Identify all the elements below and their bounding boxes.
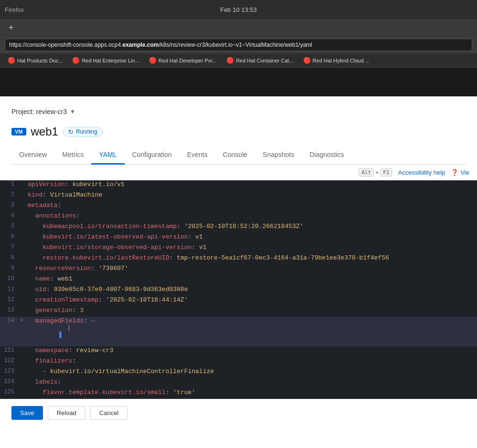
code-line-4: 4 annotations: — [0, 212, 477, 222]
kbd-separator: + — [375, 169, 379, 176]
project-selector[interactable]: Project: review-cr3 ▼ — [11, 104, 466, 119]
bookmark-3[interactable]: 🔴 Red Hat Developer Por... — [145, 56, 221, 65]
new-tab-button[interactable]: + — [5, 23, 18, 33]
redhat-icon-1: 🔴 — [8, 57, 15, 64]
code-line-14: 14 › managedFields: — | ▌ — [0, 317, 477, 346]
view-help-button[interactable]: ❓ Vie — [451, 169, 469, 176]
bookmark-label-2: Red Hat Enterprise Lin... — [82, 58, 139, 63]
code-line-8: 8 restore.kubevirt.io/lastRestoreUID: tm… — [0, 254, 477, 264]
redhat-icon-5: 🔴 — [303, 57, 311, 64]
vm-status-badge[interactable]: ↻ Running — [63, 127, 103, 137]
bookmark-label-4: Red Hat Container Cat... — [236, 58, 293, 63]
vm-status-text: Running — [76, 128, 97, 135]
running-icon: ↻ — [68, 128, 74, 135]
redhat-icon-2: 🔴 — [72, 57, 80, 64]
bookmark-1[interactable]: 🔴 Hat Products Doc... — [4, 56, 66, 65]
browser-tabbar: + — [0, 19, 477, 36]
vm-type-badge: VM — [11, 128, 26, 135]
reload-button[interactable]: Reload — [48, 406, 85, 420]
code-line-10: 10 name: web1 — [0, 275, 477, 285]
redhat-icon-3: 🔴 — [149, 57, 157, 64]
code-line-121: 121 namespace: review-cr3 — [0, 346, 477, 357]
yaml-code-editor[interactable]: 1 apiVersion: kubevirt.io/v1 2 kind: Vir… — [0, 180, 477, 399]
tab-metrics[interactable]: Metrics — [54, 146, 91, 165]
bookmark-4[interactable]: 🔴 Red Hat Container Cat... — [223, 56, 297, 65]
kbd-alt: Alt — [359, 168, 374, 177]
tab-diagnostics[interactable]: Diagnostics — [302, 146, 351, 165]
code-line-12: 12 creationTimestamp: '2025-02-10T18:44:… — [0, 296, 477, 306]
save-button[interactable]: Save — [11, 406, 43, 420]
bookmark-2[interactable]: 🔴 Red Hat Enterprise Lin... — [68, 56, 143, 65]
code-line-123: 123 - kubevirt.io/virtualMachineControll… — [0, 367, 477, 378]
bookmark-label-5: Red Hat Hybrid Cloud ... — [313, 58, 370, 63]
url-bar[interactable]: https://console-openshift-console.apps.o… — [5, 39, 472, 51]
code-line-7: 7 kubevirt.io/storage-observed-api-versi… — [0, 243, 477, 254]
redhat-icon-4: 🔴 — [226, 57, 234, 64]
kbd-f1: F1 — [380, 168, 392, 177]
browser-name: Firefox — [5, 6, 24, 13]
question-icon: ❓ — [451, 169, 458, 176]
vm-name-title: web1 — [31, 125, 58, 138]
url-path: /k8s/ns/review-cr3/kubevirt.io~v1~Virtua… — [159, 42, 312, 48]
tab-snapshots[interactable]: Snapshots — [255, 146, 302, 165]
bookmark-5[interactable]: 🔴 Red Hat Hybrid Cloud ... — [299, 56, 373, 65]
bookmark-label-3: Red Hat Developer Por... — [159, 58, 217, 63]
code-line-2: 2 kind: VirtualMachine — [0, 191, 477, 201]
code-line-1: 1 apiVersion: kubevirt.io/v1 — [0, 180, 477, 191]
project-label: Project: review-cr3 — [11, 108, 67, 115]
tab-events[interactable]: Events — [180, 146, 215, 165]
browser-toolbar: https://console-openshift-console.apps.o… — [0, 36, 477, 53]
code-line-3: 3 metadata: — [0, 201, 477, 212]
help-btn-label: Vie — [460, 169, 469, 176]
vm-header: VM web1 ↻ Running — [11, 119, 466, 142]
cancel-button[interactable]: Cancel — [90, 406, 127, 420]
tab-yaml[interactable]: YAML — [91, 146, 124, 165]
code-line-6: 6 kubevirt.io/latest-observed-api-versio… — [0, 233, 477, 243]
code-line-124: 124 labels: — [0, 378, 477, 388]
code-line-11: 11 uid: 939e85c0-37e9-4807-9683-9d363ed0… — [0, 285, 477, 296]
datetime-display: Feb 10 13:53 — [220, 6, 257, 13]
code-line-122: 122 finalizers: — [0, 357, 477, 367]
app-top-header — [0, 68, 477, 96]
code-line-125: 125 flavor.template.kubevirt.io/small: '… — [0, 388, 477, 399]
code-line-13: 13 generation: 3 — [0, 306, 477, 317]
keyboard-shortcut-display: Alt + F1 — [359, 168, 392, 177]
url-bold: example.com — [122, 42, 159, 48]
tab-configuration[interactable]: Configuration — [125, 146, 180, 165]
bookmark-label-1: Hat Products Doc... — [17, 58, 63, 63]
chevron-down-icon: ▼ — [70, 108, 75, 115]
url-normal: https://console-openshift-console.apps.o… — [9, 42, 122, 48]
accessibility-help-link[interactable]: Accessibility help — [398, 169, 445, 176]
browser-titlebar: Firefox Feb 10 13:53 — [0, 0, 477, 19]
white-content: Project: review-cr3 ▼ VM web1 ↻ Running … — [0, 96, 477, 165]
code-line-5: 5 kubemacpool.io/transaction-timestamp: … — [0, 222, 477, 233]
tab-overview[interactable]: Overview — [11, 146, 54, 165]
bookmarks-bar: 🔴 Hat Products Doc... 🔴 Red Hat Enterpri… — [0, 53, 477, 68]
accessibility-bar: Alt + F1 Accessibility help ❓ Vie — [0, 165, 477, 180]
page-content: Project: review-cr3 ▼ VM web1 ↻ Running … — [0, 96, 477, 448]
tabs-bar: Overview Metrics YAML Configuration Even… — [11, 146, 466, 165]
tab-console[interactable]: Console — [215, 146, 255, 165]
code-line-9: 9 resourceVersion: '738607' — [0, 264, 477, 275]
action-buttons-bar: Save Reload Cancel — [0, 399, 477, 427]
